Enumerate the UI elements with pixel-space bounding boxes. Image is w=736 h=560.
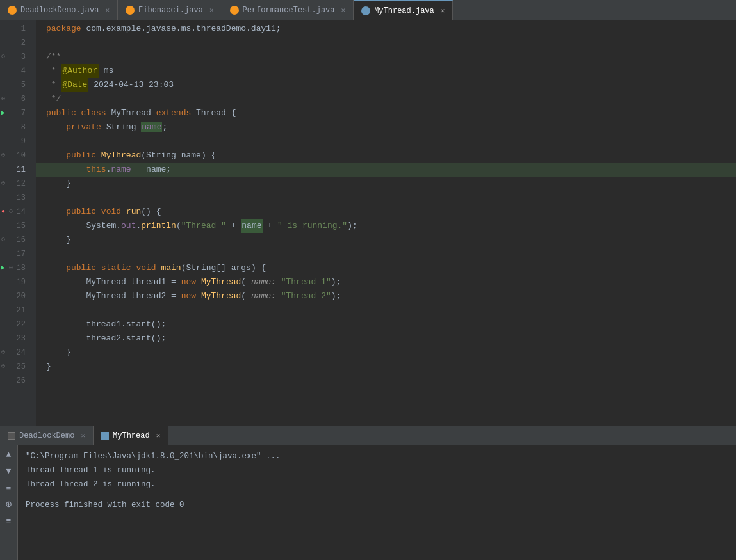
console-exit-line: Process finished with exit code 0 <box>26 498 728 512</box>
console-tab-deadlock-label: DeadlockDemo <box>19 431 74 440</box>
code-line-20: MyThread thread2 = new MyThread( name: "… <box>36 289 736 303</box>
fold-icon-3[interactable]: ⊖ <box>1 50 5 64</box>
tab-performancetest[interactable]: PerformanceTest.java ✕ <box>222 0 354 20</box>
gutter-line-20: 20 <box>0 289 31 303</box>
tab-fibonacci-close[interactable]: ✕ <box>209 6 214 14</box>
tab-fibonacci-label: Fibonacci.java <box>138 6 203 15</box>
tab-mythread[interactable]: MyThread.java ✕ <box>354 0 453 20</box>
code-line-7: public class MyThread extends Thread { <box>36 106 736 120</box>
console-wrap-icon[interactable]: ≡ <box>3 481 15 494</box>
code-line-3: /** <box>36 50 736 64</box>
gutter-line-15: 15 <box>0 219 31 233</box>
editor-area: 1 2 ⊖ 3 4 5 ⊖ 6 ▶ 7 8 9 ⊖ 10 11 ⊖ 12 13 … <box>0 20 736 426</box>
code-editor[interactable]: package com.example.javase.ms.threadDemo… <box>36 20 736 426</box>
console-command-line: "C:\Program Files\Java\jdk1.8.0_201\bin\… <box>26 449 728 463</box>
tab-performancetest-close[interactable]: ✕ <box>341 6 346 14</box>
code-line-26 <box>36 374 736 388</box>
code-line-8: private String name; <box>36 120 736 134</box>
console-tab-deadlock-close[interactable]: ✕ <box>81 431 85 440</box>
tab-mythread-label: MyThread.java <box>374 6 434 15</box>
java-icon-3 <box>230 6 239 15</box>
tab-deadlockdemo[interactable]: DeadlockDemo.java ✕ <box>0 0 118 20</box>
console-filter-icon[interactable]: ≡ <box>3 515 15 527</box>
line-gutter: 1 2 ⊖ 3 4 5 ⊖ 6 ▶ 7 8 9 ⊖ 10 11 ⊖ 12 13 … <box>0 20 36 426</box>
gutter-line-4: 4 <box>0 64 31 78</box>
gutter-line-10: ⊖ 10 <box>0 148 31 163</box>
run-icon-18[interactable]: ▶ <box>1 261 5 275</box>
code-line-21 <box>36 303 736 317</box>
console-tab-bar: DeadlockDemo ✕ MyThread ✕ <box>0 426 736 445</box>
code-line-13 <box>36 191 736 205</box>
fold-icon-10[interactable]: ⊖ <box>1 148 5 163</box>
fold-icon-14[interactable]: ⊖ <box>9 205 13 219</box>
tab-deadlockdemo-label: DeadlockDemo.java <box>20 6 99 15</box>
console-output-line-1: Thread Thread 1 is running. <box>26 463 728 477</box>
tab-performancetest-label: PerformanceTest.java <box>243 6 335 15</box>
console-scroll-up-icon[interactable]: ▲ <box>3 448 15 461</box>
code-line-11: this.name = name; <box>36 163 736 177</box>
fold-icon-18[interactable]: ⊖ <box>9 261 13 275</box>
code-line-25: } <box>36 360 736 374</box>
console-tab-mythread[interactable]: MyThread ✕ <box>94 426 168 445</box>
bottom-panel: DeadlockDemo ✕ MyThread ✕ ▲ ▼ ≡ ⊕ ≡ "C:\… <box>0 426 736 560</box>
gutter-line-11: 11 <box>0 163 31 177</box>
gutter-line-22: 22 <box>0 317 31 332</box>
breakpoint-icon-14[interactable]: ● <box>1 205 5 219</box>
console-output: "C:\Program Files\Java\jdk1.8.0_201\bin\… <box>18 445 736 560</box>
gutter-line-26: 26 <box>0 374 31 388</box>
code-line-16: } <box>36 233 736 247</box>
fold-icon-16[interactable]: ⊖ <box>1 233 5 247</box>
console-container: ▲ ▼ ≡ ⊕ ≡ "C:\Program Files\Java\jdk1.8.… <box>0 445 736 560</box>
code-line-23: thread2.start(); <box>36 332 736 346</box>
console-tab-mythread-close[interactable]: ✕ <box>156 431 161 440</box>
gutter-line-12: ⊖ 12 <box>0 177 31 191</box>
fold-icon-25[interactable]: ⊖ <box>1 360 5 374</box>
code-line-19: MyThread thread1 = new MyThread( name: "… <box>36 275 736 289</box>
gutter-line-25: ⊖ 25 <box>0 360 31 374</box>
java-icon-2 <box>126 6 135 15</box>
code-line-9 <box>36 134 736 148</box>
gutter-line-24: ⊖ 24 <box>0 346 31 360</box>
code-line-15: System.out.println("Thread " + name + " … <box>36 219 736 233</box>
code-line-24: } <box>36 346 736 360</box>
code-line-22: thread1.start(); <box>36 317 736 332</box>
gutter-line-7: ▶ 7 <box>0 106 31 120</box>
run-icon-7[interactable]: ▶ <box>1 106 5 120</box>
console-tab-mythread-label: MyThread <box>113 431 150 440</box>
fold-icon-24[interactable]: ⊖ <box>1 346 5 360</box>
code-line-10: public MyThread(String name) { <box>36 148 736 163</box>
console-scroll-down-icon[interactable]: ▼ <box>3 465 15 477</box>
console-tab-deadlock[interactable]: DeadlockDemo ✕ <box>0 426 94 445</box>
console-tab-deadlock-icon <box>8 432 15 440</box>
gutter-line-17: 17 <box>0 247 31 261</box>
console-sidebar: ▲ ▼ ≡ ⊕ ≡ <box>0 445 18 560</box>
editor-tab-bar: DeadlockDemo.java ✕ Fibonacci.java ✕ Per… <box>0 0 736 20</box>
code-line-18: public static void main(String[] args) { <box>36 261 736 275</box>
console-output-line-2: Thread Thread 2 is running. <box>26 477 728 492</box>
console-blank-line <box>26 492 728 498</box>
gutter-line-16: ⊖ 16 <box>0 233 31 247</box>
code-line-4: * @Author ms <box>36 64 736 78</box>
code-line-12: } <box>36 177 736 191</box>
code-line-14: public void run() { <box>36 205 736 219</box>
tab-mythread-close[interactable]: ✕ <box>441 6 445 15</box>
gutter-line-18: ▶ ⊖ 18 <box>0 261 31 275</box>
gutter-line-1: 1 <box>0 22 31 36</box>
gutter-line-3: ⊖ 3 <box>0 50 31 64</box>
code-line-2 <box>36 36 736 50</box>
gutter-line-9: 9 <box>0 134 31 148</box>
code-line-6: */ <box>36 92 736 106</box>
gutter-line-14: ● ⊖ 14 <box>0 205 31 219</box>
gutter-line-19: 19 <box>0 275 31 289</box>
gutter-line-2: 2 <box>0 36 31 50</box>
fold-icon-6[interactable]: ⊖ <box>1 92 5 106</box>
console-tab-mythread-icon <box>101 432 109 440</box>
gutter-line-21: 21 <box>0 303 31 317</box>
console-add-icon[interactable]: ⊕ <box>3 498 15 511</box>
code-line-17 <box>36 247 736 261</box>
fold-icon-12[interactable]: ⊖ <box>1 177 5 191</box>
tab-deadlockdemo-close[interactable]: ✕ <box>105 6 110 14</box>
gutter-line-5: 5 <box>0 78 31 92</box>
tab-fibonacci[interactable]: Fibonacci.java ✕ <box>118 0 222 20</box>
java-icon-4 <box>361 6 370 15</box>
